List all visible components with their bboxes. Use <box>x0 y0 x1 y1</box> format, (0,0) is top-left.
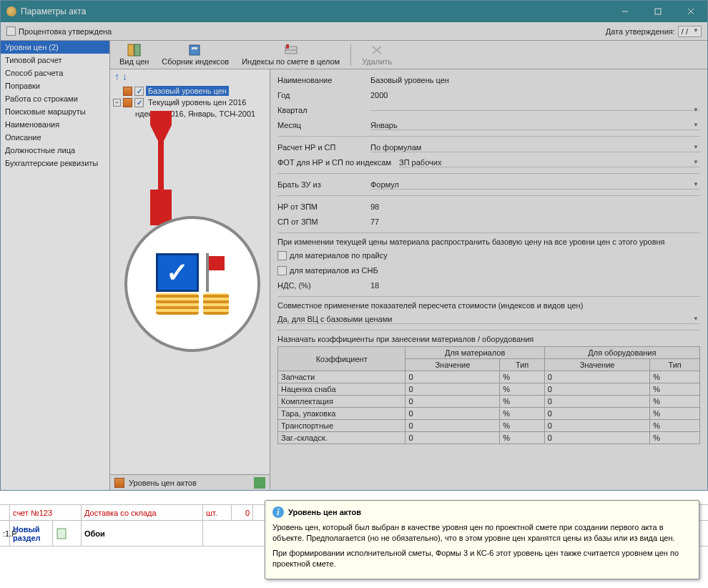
approved-label: Процентовка утверждена <box>19 27 112 36</box>
checkbox-zoom-icon <box>156 253 199 292</box>
table-cell[interactable]: Заг.-складск. <box>278 432 405 444</box>
sidebar-item-names[interactable]: Наименования <box>1 118 109 131</box>
prop-year[interactable]: 2000 <box>370 91 700 99</box>
prop-sp[interactable]: 77 <box>370 217 700 226</box>
svg-rect-15 <box>57 529 66 539</box>
sidebar-item-levels[interactable]: Уровни цен (2) <box>1 41 109 54</box>
level-icon <box>123 87 132 96</box>
table-cell[interactable]: Тара, упаковка <box>278 408 405 420</box>
sidebar-item-officials[interactable]: Должностные лица <box>1 144 109 157</box>
grid-cell[interactable]: Обои <box>82 521 203 546</box>
approved-checkbox[interactable] <box>6 26 16 36</box>
info-icon: i <box>272 506 284 518</box>
window: Параметры акта Процентовка утверждена Да… <box>0 0 708 491</box>
sidebar-item-routes[interactable]: Поисковые маршруты <box>1 105 109 118</box>
flag-icon <box>206 253 226 292</box>
prop-combine[interactable]: Да, для ВЦ с базовыми ценами <box>277 315 700 324</box>
window-title: Параметры акта <box>21 6 609 16</box>
prop-nr[interactable]: 98 <box>370 202 700 211</box>
toolbar: Вид цен Сборник индексов Индексы по смет… <box>110 41 707 69</box>
move-up-icon[interactable]: ↑ <box>114 71 119 82</box>
status-text: Уровень цен актов <box>129 479 197 487</box>
prop-name[interactable]: Базовый уровень цен <box>370 76 700 84</box>
svg-rect-1 <box>655 9 661 14</box>
sidebar-item-typical[interactable]: Типовой расчет <box>1 54 109 67</box>
app-icon <box>6 6 16 16</box>
table-cell[interactable]: Наценка снаба <box>278 383 405 396</box>
svg-rect-10 <box>286 44 289 49</box>
titlebar: Параметры акта <box>1 1 707 22</box>
prop-calc[interactable]: По формулам <box>370 143 700 152</box>
sidebar-item-rows[interactable]: Работа со строками <box>1 92 109 105</box>
annotation-arrow <box>150 111 172 225</box>
tb-delete: Удалить <box>357 41 397 68</box>
level-icon <box>123 98 132 107</box>
tree-check[interactable] <box>134 87 144 96</box>
tb-indexes-whole[interactable]: Индексы по смете в целом <box>237 41 345 68</box>
maximize-button[interactable] <box>641 1 674 22</box>
table-cell[interactable]: Транспортные <box>278 420 405 432</box>
grid-cell[interactable]: Доставка со склада <box>82 505 203 520</box>
svg-rect-6 <box>190 45 200 55</box>
chk-materials-snb[interactable] <box>277 266 287 275</box>
properties-pane: НаименованиеБазовый уровень цен Год2000 … <box>270 69 707 490</box>
grid-cell[interactable]: счет №123 <box>10 505 82 520</box>
sidebar-item-calcmethod[interactable]: Способ расчета <box>1 67 109 79</box>
topbar: Процентовка утверждена Дата утверждения:… <box>1 22 707 41</box>
chk-materials-price[interactable] <box>277 251 287 260</box>
date-field[interactable]: / / <box>678 26 702 37</box>
date-label: Дата утверждения: <box>606 27 675 36</box>
doc-icon <box>56 528 67 539</box>
tooltip: iУровень цен актов Уровень цен, который … <box>265 500 699 579</box>
close-button[interactable] <box>674 1 707 22</box>
sidebar-item-accounting[interactable]: Бухгалтерские реквизиты <box>1 157 109 170</box>
sidebar: Уровни цен (2) Типовой расчет Способ рас… <box>1 41 110 490</box>
koef-table: КоэффициентДля материаловДля оборудовани… <box>277 346 700 444</box>
grid-cell[interactable]: шт. <box>203 505 232 520</box>
prop-quarter[interactable] <box>370 110 700 111</box>
prop-zu[interactable]: Формул <box>370 180 700 190</box>
svg-rect-7 <box>192 47 197 49</box>
tree-current-level[interactable]: Текущий уровень цен 2016 <box>146 97 248 107</box>
table-cell[interactable]: Запчасти <box>278 371 405 383</box>
annotation-zoom <box>124 216 260 352</box>
prop-month[interactable]: Январь <box>370 121 700 130</box>
minimize-button[interactable] <box>609 1 641 22</box>
status-icon <box>114 478 124 488</box>
sidebar-item-description[interactable]: Описание <box>1 131 109 144</box>
table-cell[interactable]: Комплектация <box>278 396 405 408</box>
tree-base-level[interactable]: Базовый уровень цен <box>146 86 229 96</box>
move-down-icon[interactable]: ↓ <box>122 71 127 82</box>
grid-cell[interactable]: Новый раздел <box>10 521 53 546</box>
statusbar: Уровень цен актов <box>110 474 270 490</box>
tree-check[interactable] <box>134 98 144 107</box>
status-help-icon[interactable] <box>254 477 265 489</box>
prop-nds[interactable]: 18 <box>370 281 700 290</box>
prop-fot[interactable]: ЗП рабочих <box>399 158 700 167</box>
sidebar-item-corrections[interactable]: Поправки <box>1 79 109 92</box>
tb-view-prices[interactable]: Вид цен <box>114 41 154 68</box>
svg-rect-5 <box>134 44 140 56</box>
tree-collapse[interactable]: − <box>113 99 121 107</box>
tb-index-collection[interactable]: Сборник индексов <box>157 41 234 68</box>
grid-cell[interactable]: 0 <box>232 505 253 520</box>
svg-rect-4 <box>128 44 134 56</box>
